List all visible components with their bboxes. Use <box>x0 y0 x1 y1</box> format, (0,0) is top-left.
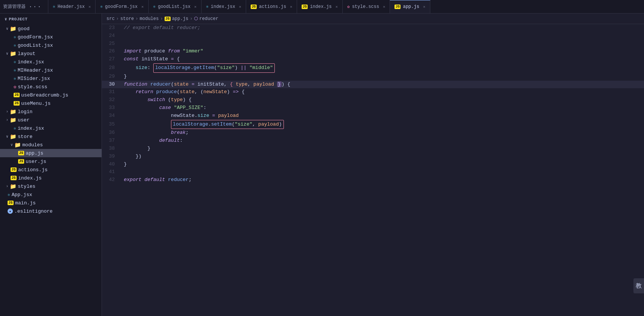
tab-label: index.js <box>310 4 332 9</box>
sidebar-item-eslintignore[interactable]: ● .eslintignore <box>0 207 102 215</box>
sidebar: ∨ PROJECT ∨ 📁 good ⚛ goodForm.jsx ⚛ good… <box>0 14 102 316</box>
tab-goodlist-jsx[interactable]: ⚛ goodList.jsx ✕ <box>149 0 202 13</box>
file-label: MISider.jsx <box>18 76 50 81</box>
line-content: } <box>121 145 644 153</box>
js-icon: JS <box>18 151 24 155</box>
close-icon[interactable]: ✕ <box>383 5 385 9</box>
line-content <box>121 168 644 176</box>
line-content: } <box>121 73 644 81</box>
tab-label: app.js <box>403 4 419 9</box>
tab-index-jsx[interactable]: ⚛ index.jsx ✕ <box>202 0 246 13</box>
sidebar-item-app-js[interactable]: JS app.js <box>0 149 102 157</box>
react-icon: ⚛ <box>14 60 16 64</box>
scss-icon: ✿ <box>14 84 16 90</box>
chevron-down-icon: ∨ <box>6 134 8 139</box>
sidebar-item-goodform[interactable]: ⚛ goodForm.jsx <box>0 33 102 41</box>
folder-icon: 📁 <box>10 133 16 140</box>
tab-app-js[interactable]: JS app.js ✕ <box>390 0 430 13</box>
line-number: 24 <box>102 32 121 40</box>
code-line: 39 }) <box>102 153 644 161</box>
tab-label: goodForm.jsx <box>105 4 137 9</box>
sidebar-item-usemenu[interactable]: JS useMenu.js <box>0 99 102 107</box>
folder-label: user <box>18 117 29 123</box>
explorer-tab[interactable]: 资源管理器 ··· <box>0 0 48 13</box>
close-icon[interactable]: ✕ <box>423 5 425 9</box>
line-content: switch (type) { <box>121 96 644 104</box>
react-icon: ⚛ <box>14 126 16 131</box>
file-label: goodForm.jsx <box>18 34 53 40</box>
sidebar-item-modules-folder[interactable]: ∨ 📁 modules <box>0 141 102 149</box>
line-content: size: localStorage.getItem("size") || "m… <box>121 63 644 73</box>
sidebar-item-app-jsx[interactable]: ⚛ App.jsx <box>0 190 102 199</box>
breadcrumb-sep: › <box>190 16 193 21</box>
tab-actions-js[interactable]: JS actions.js ✕ <box>246 0 297 13</box>
tab-goodform-jsx[interactable]: ⚛ goodForm.jsx ✕ <box>96 0 148 13</box>
folder-icon: 📁 <box>10 117 16 123</box>
chat-button[interactable]: 教 <box>633 278 644 293</box>
sidebar-item-store-index-js[interactable]: JS index.js <box>0 174 102 182</box>
close-icon[interactable]: ✕ <box>142 5 144 9</box>
code-line: 34 newState.size = payload <box>102 112 644 120</box>
sidebar-item-user-js[interactable]: JS user.js <box>0 157 102 166</box>
tab-bar: 资源管理器 ··· ⚛ Header.jsx ✕ ⚛ goodForm.jsx … <box>0 0 644 14</box>
close-icon[interactable]: ✕ <box>239 5 241 9</box>
file-label: index.jsx <box>18 126 44 131</box>
line-content: newState.size = payload <box>121 112 644 120</box>
file-label: useMenu.js <box>21 101 51 106</box>
close-icon[interactable]: ✕ <box>336 5 338 9</box>
line-content: }) <box>121 153 644 161</box>
sidebar-item-layout-index[interactable]: ⚛ index.jsx <box>0 58 102 66</box>
editor-area: src › store › modules › JS app.js › ⬡ re… <box>102 14 644 316</box>
tab-index-js[interactable]: JS index.js ✕ <box>297 0 343 13</box>
code-line: 36 break; <box>102 129 644 137</box>
js-icon: JS <box>394 5 401 9</box>
line-content: localStorage.setItem("size", payload) <box>121 120 644 129</box>
line-number: 36 <box>102 129 121 137</box>
more-menu[interactable]: ··· <box>26 3 45 10</box>
file-label: goodList.jsx <box>18 43 53 48</box>
sidebar-item-store-folder[interactable]: ∨ 📁 store <box>0 132 102 141</box>
js-icon: JS <box>11 176 17 180</box>
folder-label: store <box>18 134 32 140</box>
sidebar-item-root-index[interactable]: ⚛ index.jsx <box>0 124 102 132</box>
breadcrumb-src: src <box>106 16 115 21</box>
react-icon: ⚛ <box>8 192 10 197</box>
sidebar-item-good-folder[interactable]: ∨ 📁 good <box>0 25 102 33</box>
line-content <box>121 40 644 48</box>
code-editor[interactable]: 23 // export default reducer; 24 25 26 i… <box>102 24 644 316</box>
code-line: 30 function reducer(state = initState, {… <box>102 81 644 89</box>
sidebar-item-actions-js[interactable]: JS actions.js <box>0 166 102 174</box>
line-number: 25 <box>102 40 121 48</box>
sidebar-item-goodlist[interactable]: ⚛ goodList.jsx <box>0 41 102 49</box>
line-content: import produce from "immer" <box>121 48 644 55</box>
file-label: .eslintignore <box>14 209 52 214</box>
sidebar-item-style-scss[interactable]: ✿ style.scss <box>0 83 102 91</box>
line-content: return produce(state, (newState) => { <box>121 88 644 96</box>
sidebar-item-main-js[interactable]: JS main.js <box>0 199 102 207</box>
code-line: 24 <box>102 32 644 40</box>
line-number: 28 <box>102 63 121 73</box>
file-label: actions.js <box>18 167 48 173</box>
close-icon[interactable]: ✕ <box>88 5 91 9</box>
tab-header-jsx[interactable]: ⚛ Header.jsx ✕ <box>48 0 96 13</box>
sidebar-item-usebreadcrumb[interactable]: JS useBreadcrumb.js <box>0 91 102 99</box>
sidebar-item-layout-folder[interactable]: ∨ 📁 layout <box>0 49 102 58</box>
react-icon: ⚛ <box>206 4 209 9</box>
breadcrumb-file: app.js <box>172 16 188 21</box>
line-content: break; <box>121 129 644 137</box>
line-number: 31 <box>102 88 121 96</box>
react-icon: ⚛ <box>14 76 16 81</box>
sidebar-item-login-folder[interactable]: › 📁 login <box>0 107 102 116</box>
sidebar-item-user-folder[interactable]: › 📁 user <box>0 116 102 124</box>
sidebar-item-miheader[interactable]: ⚛ MIHeader.jsx <box>0 66 102 74</box>
close-icon[interactable]: ✕ <box>194 5 197 9</box>
line-content: // export default reducer; <box>121 24 644 32</box>
code-line: 38 } <box>102 145 644 153</box>
tab-style-scss[interactable]: ✿ style.scss ✕ <box>343 0 390 13</box>
folder-label: styles <box>18 184 35 189</box>
sidebar-item-styles-folder[interactable]: › 📁 styles <box>0 182 102 190</box>
sidebar-item-misider[interactable]: ⚛ MISider.jsx <box>0 74 102 83</box>
folder-label: modules <box>22 142 43 148</box>
close-icon[interactable]: ✕ <box>290 5 292 9</box>
tab-label: index.jsx <box>211 4 235 9</box>
